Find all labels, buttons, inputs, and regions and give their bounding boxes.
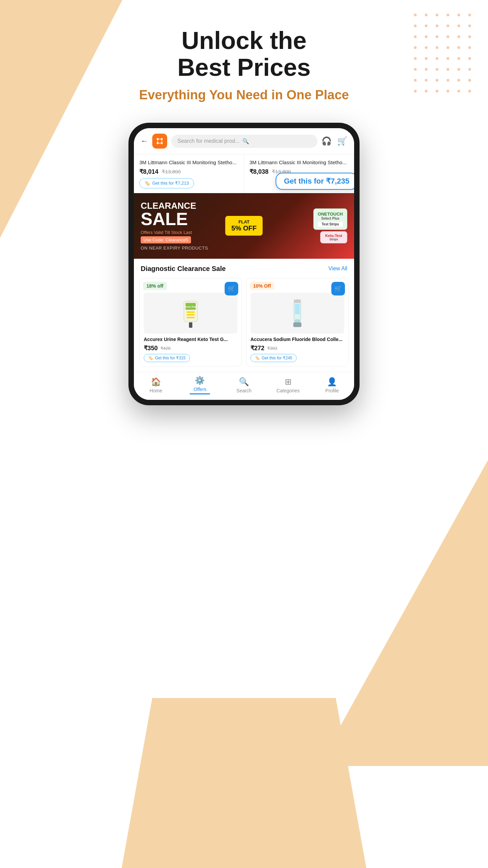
deal-bubble: Get this for ₹7,235 (276, 173, 354, 190)
header-icons: 🎧 🛒 (321, 136, 347, 146)
hero-section: Unlock theBest Prices Everything You Nee… (0, 0, 488, 102)
nav-offers[interactable]: ⚙️ Offers (186, 376, 213, 394)
svg-point-3 (161, 142, 163, 144)
search-text: Search for medical prod... (177, 138, 240, 144)
svg-rect-12 (187, 311, 195, 313)
back-button[interactable]: ← (141, 137, 148, 146)
add-to-cart-2[interactable]: 🛒 (331, 282, 345, 295)
discount-badge-1: 18% off (143, 282, 167, 290)
phone-screen: ← Search for medical pro (134, 128, 354, 400)
product-1-price: ₹8,014 (139, 168, 158, 175)
clearance-product-1-name: Accurex Urine Reagent Keto Test G... (144, 336, 238, 342)
discount-badge-2: 10% Off (250, 282, 274, 290)
clearance-product-2: 10% Off 🛒 Accucera (246, 278, 349, 367)
add-to-cart-1[interactable]: 🛒 (225, 282, 238, 295)
clearance-product-1-price: ₹350 (144, 344, 158, 352)
clearance-product-2-name: Accucera Sodium Fluoride Blood Colle... (250, 336, 344, 342)
phone-mockup: ← Search for medical pro (128, 123, 360, 405)
svg-rect-15 (189, 322, 192, 328)
products-row: 3M Littmann Classic III Monitoring Steth… (134, 154, 354, 193)
banner-clearance-text: CLEARANCE (141, 201, 273, 210)
headset-icon[interactable]: 🎧 (321, 136, 332, 146)
nav-categories[interactable]: ⊞ Categories (275, 377, 302, 393)
clearance-title: Diagnostic Clearance Sale (141, 265, 226, 273)
profile-icon: 👤 (327, 377, 337, 387)
banner-valid-text: Offers Valid Till Stock Last (141, 230, 273, 235)
svg-rect-20 (293, 322, 301, 327)
product-1-cta[interactable]: 🏷️ Get this for ₹7,213 (139, 178, 194, 188)
svg-point-19 (294, 319, 301, 323)
app-icon (152, 134, 167, 149)
svg-rect-18 (295, 304, 300, 314)
hero-subtitle: Everything You Need in One Place (0, 88, 488, 102)
product-card-1: 3M Littmann Classic III Monitoring Steth… (134, 154, 244, 193)
svg-rect-17 (294, 300, 301, 303)
bottom-navigation: 🏠 Home ⚙️ Offers 🔍 Search ⊞ Categories (134, 372, 354, 400)
clearance-product-2-price: ₹272 (250, 344, 264, 352)
tag-icon-1: 🏷️ (144, 181, 150, 186)
nav-active-indicator (190, 393, 210, 394)
svg-point-2 (157, 142, 159, 144)
cart-icon[interactable]: 🛒 (337, 136, 347, 146)
product-image-1: Keto-Test (144, 293, 238, 334)
tag-icon-3: 🏷️ (148, 356, 153, 360)
nav-profile[interactable]: 👤 Profile (318, 377, 346, 393)
product-1-original: ₹13,800 (162, 169, 181, 175)
banner-text: CLEARANCE SALE Offers Valid Till Stock L… (141, 201, 273, 251)
clearance-section-header: Diagnostic Clearance Sale View All (134, 259, 354, 276)
clearance-product-1-original: ₹428 (160, 346, 171, 351)
svg-text:Keto-Test: Keto-Test (185, 306, 196, 308)
home-icon: 🏠 (151, 377, 161, 387)
hero-title: Unlock theBest Prices (0, 27, 488, 81)
svg-point-1 (161, 138, 163, 140)
clearance-banner: CLEARANCE SALE Offers Valid Till Stock L… (134, 193, 354, 259)
svg-rect-14 (187, 317, 195, 318)
banner-sale-text: SALE (141, 210, 273, 228)
product-1-price-row: ₹8,014 ₹13,800 (139, 168, 238, 175)
banner-products: ONETOUCH Select Plus Test Strips Keto-Te… (273, 208, 347, 243)
product-svg-1: Keto-Test (177, 298, 204, 328)
clearance-product-1-cta[interactable]: 🏷️ Get this for ₹315 (144, 354, 190, 362)
search-bar[interactable]: Search for medical prod... 🔍 (171, 135, 317, 148)
product-grid: 18% off 🛒 Keto-Test (134, 276, 354, 372)
tag-icon-4: 🏷️ (255, 356, 260, 360)
offers-icon: ⚙️ (195, 376, 205, 385)
cart-plus-icon-2: 🛒 (334, 285, 342, 292)
product-1-name: 3M Littmann Classic III Monitoring Steth… (139, 159, 238, 166)
clearance-product-1: 18% off 🛒 Keto-Test (139, 278, 242, 367)
banner-code: Use Code: Clearance5 (141, 236, 191, 243)
nav-search[interactable]: 🔍 Search (230, 377, 258, 393)
nav-categories-label: Categories (277, 388, 300, 393)
view-all-button[interactable]: View All (328, 266, 347, 272)
cart-plus-icon-1: 🛒 (228, 285, 235, 292)
nav-profile-label: Profile (325, 388, 339, 393)
clearance-product-2-price-row: ₹272 ₹303 (250, 344, 344, 352)
nav-search-label: Search (237, 388, 251, 393)
banner-near-expiry: ON NEAR EXPIRY PRODUCTS (141, 245, 273, 251)
svg-rect-4 (157, 138, 158, 140)
nav-home-label: Home (150, 388, 162, 393)
bg-decoration-right (318, 460, 488, 766)
phone-wrapper: ← Search for medical pro (0, 123, 488, 405)
app-logo-icon (155, 136, 164, 146)
nav-home[interactable]: 🏠 Home (142, 377, 170, 393)
categories-icon: ⊞ (285, 377, 292, 387)
clearance-product-1-price-row: ₹350 ₹428 (144, 344, 238, 352)
svg-rect-13 (187, 314, 195, 316)
clearance-product-2-original: ₹303 (267, 346, 277, 351)
product-2-name: 3M Littmann Classic III Monitoring Steth… (249, 159, 348, 166)
search-nav-icon: 🔍 (239, 377, 249, 387)
product-svg-2 (284, 298, 311, 328)
clearance-product-2-cta[interactable]: 🏷️ Get this for ₹245 (250, 354, 297, 362)
product-image-2 (250, 293, 344, 334)
phone-header: ← Search for medical pro (134, 128, 354, 154)
nav-offers-label: Offers (193, 387, 206, 392)
product-2-price: ₹8,038 (249, 168, 268, 175)
search-icon: 🔍 (242, 138, 249, 144)
